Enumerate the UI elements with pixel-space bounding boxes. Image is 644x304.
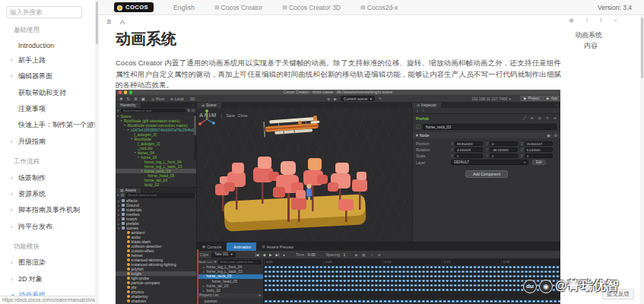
topbar-link[interactable]: ▤ Cocos Creator <box>214 4 262 11</box>
cocos-logo[interactable]: COCOS <box>114 2 154 12</box>
expand[interactable]: ⤢ <box>523 116 526 120</box>
play[interactable]: ▶ <box>269 253 272 257</box>
twitter[interactable]: t <box>586 17 588 24</box>
y-value-input[interactable]: 1 <box>490 154 518 159</box>
layer-select[interactable]: DEFAULT ▾ <box>451 160 528 165</box>
tab-console[interactable]: ▣ Console <box>197 242 227 251</box>
sidebar-scrollbar[interactable] <box>95 0 99 304</box>
add-node-icon[interactable]: ⊕ <box>214 260 217 264</box>
globe-icon[interactable]: ⊕ <box>327 97 330 101</box>
3d-toggle[interactable]: 3D <box>190 97 195 101</box>
hierarchy-node[interactable]: body_02 <box>116 182 196 187</box>
sidebar-item[interactable]: 获取帮助和支持 <box>0 85 99 101</box>
facebook[interactable]: f <box>600 17 601 24</box>
add-property-button[interactable]: + <box>259 293 261 297</box>
page-scrollbar[interactable] <box>640 15 644 304</box>
property-keyframes[interactable] <box>264 298 560 304</box>
y-value-input[interactable]: 0 <box>490 141 518 147</box>
jump-last[interactable]: ▶| <box>275 253 279 257</box>
add-component-button[interactable]: Add Component <box>465 170 508 178</box>
axis-gizmo[interactable] <box>197 108 217 128</box>
prev-frame[interactable]: ◀ <box>262 253 265 257</box>
sidebar-item[interactable]: › 脚本指南及事件机制 <box>0 202 99 218</box>
sidebar-item[interactable]: › 新手上路 <box>0 52 99 68</box>
node-name-input[interactable] <box>423 124 557 130</box>
preview-project-button[interactable]: ▶ Project <box>520 96 544 102</box>
track-filter-input[interactable] <box>218 260 262 264</box>
tab-animation[interactable]: Animation <box>227 242 256 251</box>
asset-item[interactable]: shadows <box>116 299 196 303</box>
share[interactable]: < <box>614 17 617 24</box>
hierarchy-scrollbar[interactable] <box>194 114 196 160</box>
locate[interactable]: ◎ <box>538 116 541 120</box>
timeline-playhead[interactable] <box>197 249 198 304</box>
topbar-link[interactable]: ▤ Cocos Creator 3D <box>282 4 341 11</box>
preview-app-button[interactable]: ▶ App <box>543 96 560 102</box>
rotate-tool[interactable]: ↻ <box>127 97 131 101</box>
add-event[interactable]: ⊞ <box>378 253 381 257</box>
node-active-checkbox[interactable]: ✓ <box>416 125 420 129</box>
translate-tool[interactable]: ✚ <box>119 97 123 101</box>
sidebar-item[interactable]: › 2D 对象 <box>0 271 99 287</box>
keyframe-track-row[interactable] <box>264 288 560 293</box>
anim-close-button[interactable]: Close <box>238 113 248 118</box>
weibo[interactable]: ◉ <box>569 17 574 24</box>
clip-select[interactable]: Take 001 ▾ <box>211 252 236 258</box>
reset[interactable]: ↻ <box>546 116 549 120</box>
play-preview-button[interactable]: ▶ <box>334 97 337 101</box>
track-node-row[interactable]: ▸ body_02 <box>197 288 263 293</box>
keyframe-grid[interactable] <box>264 265 560 293</box>
time-ruler[interactable]: 0:000:050:100:150:200:25 <box>264 259 560 265</box>
x-value-input[interactable]: 89.854363 <box>455 141 483 147</box>
sidebar-item[interactable]: › 编辑器界面 <box>0 68 99 84</box>
tab-assets-preview[interactable]: ▤ Assets Preview <box>256 242 299 251</box>
scene-3d-view[interactable]: ANIM ❘ Save Close <box>197 108 412 242</box>
sidebar-item[interactable]: › 升级指南 <box>0 134 99 150</box>
add-asset-button[interactable]: + <box>117 193 119 197</box>
pivot-toggle[interactable]: ◎ Pivot <box>151 97 164 101</box>
sort-icon[interactable]: ⇅ <box>187 109 190 112</box>
sidebar-item[interactable]: › 跨平台发布 <box>0 219 99 235</box>
record[interactable]: ● <box>283 253 285 257</box>
scale-tool[interactable]: ⊞ <box>134 97 138 101</box>
jump-first[interactable]: |◀ <box>255 253 259 257</box>
link[interactable]: ⊕ <box>531 116 534 120</box>
copy-keys[interactable]: ▦ <box>362 253 366 257</box>
collapse-arrow-icon[interactable]: ▾ <box>416 133 418 138</box>
anim-save-button[interactable]: Save <box>226 113 234 118</box>
panel-menu-icon[interactable]: ≡ <box>557 103 558 107</box>
toc-item-content[interactable]: 内容 <box>584 41 598 51</box>
settings[interactable]: ⚙ <box>554 134 557 138</box>
hierarchy-search-input[interactable] <box>121 109 186 113</box>
preview-url[interactable]: 192.168.31.217:7456 ▾ <box>471 97 511 101</box>
topbar-link[interactable]: ▤ Cocos2d-x <box>360 4 398 11</box>
x-value-input[interactable]: 4.435029 <box>455 147 483 153</box>
sidebar-search-input[interactable] <box>6 6 82 18</box>
rect-tool[interactable]: ▣ <box>141 97 145 101</box>
layer-edit-button[interactable]: Edit <box>532 160 546 165</box>
z-value-input[interactable]: 6.043345 <box>525 147 553 153</box>
unlink[interactable]: ⊘ <box>554 116 557 120</box>
sidebar-item[interactable]: 注意事项 <box>0 101 99 117</box>
assets-menu-icon[interactable]: ▤ <box>121 193 125 197</box>
z-value-input[interactable]: 1 <box>525 154 553 159</box>
font-size-icon[interactable]: A <box>120 18 125 26</box>
z-value-input[interactable]: 26.800147 <box>525 141 553 147</box>
tab-assets[interactable]: ▤ Assets <box>116 188 141 193</box>
layout-icon[interactable]: ⊡ <box>192 109 195 112</box>
preview-target-select[interactable]: Current scene ▾ <box>341 96 375 101</box>
panel-menu-icon[interactable]: ≡ <box>192 103 194 107</box>
assets-search-input[interactable] <box>125 193 195 198</box>
x-value-input[interactable]: 1 <box>455 154 483 159</box>
topbar-link[interactable]: English <box>172 4 195 11</box>
tab-scene[interactable]: ⊿ Scene <box>197 103 221 108</box>
nav-back-icon[interactable]: ‹ <box>417 108 418 112</box>
refresh-icon[interactable]: ↻ <box>379 97 382 101</box>
sidebar-item[interactable]: › 场景制作 <box>0 169 99 185</box>
add-node-button[interactable]: + <box>117 109 119 112</box>
inspector-menu-icon[interactable]: ⋮ <box>553 108 557 112</box>
copy[interactable]: ▣ <box>547 134 550 138</box>
sidebar-item[interactable]: Introduction <box>0 38 99 52</box>
sidebar-item[interactable]: 快速上手：制作第一个游戏 <box>0 117 99 133</box>
sidebar-item[interactable]: › 资源系统 <box>0 186 99 202</box>
